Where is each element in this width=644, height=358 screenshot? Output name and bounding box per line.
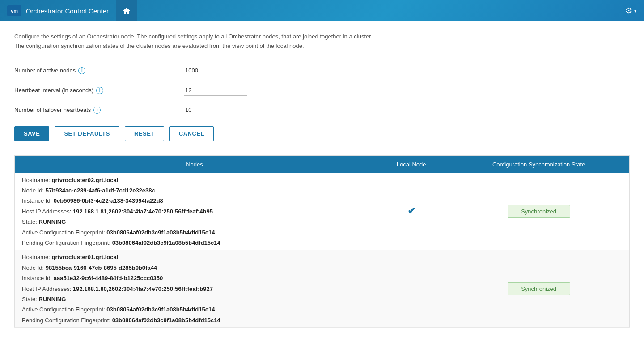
table-row: Hostname: grtvrocluster02.grt.local Node… — [15, 173, 630, 250]
form-row-active-nodes: Hostname: Number of active nodes i — [14, 65, 630, 76]
active-nodes-label: Hostname: Number of active nodes i — [14, 67, 184, 74]
local-node-checkmark: ✔ — [407, 205, 415, 217]
gear-button[interactable]: ⚙ ▾ — [625, 6, 637, 16]
node1-local-node: ✔ — [374, 173, 448, 250]
col-sync-state: Configuration Synchronization State — [448, 155, 629, 173]
node2-hostip: Host IP Addresses: 192.168.1.80,2602:304… — [22, 284, 367, 294]
failover-input[interactable] — [184, 105, 247, 115]
settings-form: Hostname: Number of active nodes i Heart… — [14, 65, 630, 115]
vm-logo: vm — [7, 5, 21, 16]
failover-info-icon[interactable]: i — [93, 107, 101, 114]
col-nodes: Nodes — [15, 155, 375, 173]
reset-button[interactable]: RESET — [125, 126, 164, 141]
set-defaults-button[interactable]: SET DEFAULTS — [55, 126, 119, 141]
cluster-nodes-table: Nodes Local Node Configuration Synchroni… — [14, 155, 630, 328]
node1-activefp: Active Configuration Fingerprint: 03b080… — [22, 227, 367, 238]
node2-info: Hostname: grtvrocluster01.grt.local Node… — [15, 250, 375, 328]
home-icon — [123, 7, 131, 14]
node2-sync-badge: Synchronized — [508, 282, 570, 295]
heartbeat-label: Heartbeat interval (in seconds) i — [14, 87, 184, 94]
node1-instanceid: Instance Id: 0eb50986-0bf3-4c22-a138-343… — [22, 196, 367, 206]
active-nodes-info-icon[interactable]: i — [78, 67, 85, 74]
node2-nodeid: Node Id: 98155bca-9166-47cb-8695-d285b0b… — [22, 263, 367, 273]
node2-hostname: Hostname: grtvrocluster01.grt.local — [22, 252, 367, 262]
logo-area: vm Orchestrator Control Center — [7, 5, 109, 16]
heartbeat-input[interactable] — [184, 85, 247, 96]
node2-activefp: Active Configuration Fingerprint: 03b080… — [22, 304, 367, 315]
node1-hostip: Host IP Addresses: 192.168.1.81,2602:304… — [22, 206, 367, 217]
cancel-button[interactable]: CANCEL — [169, 126, 214, 141]
node1-state: State: RUNNING — [22, 217, 367, 227]
app-title: Orchestrator Control Center — [26, 7, 109, 15]
description-line2: The configuration synchronization states… — [14, 42, 630, 51]
node2-sync: Synchronized — [448, 250, 629, 328]
main-content: Configure the settings of an Orchestrato… — [0, 21, 644, 358]
node1-nodeid: Node Id: 57b934ac-c289-4af6-a1df-7cd12e3… — [22, 185, 367, 196]
node2-instanceid: Instance Id: aaa51e32-9c6f-4489-84fd-b12… — [22, 273, 367, 283]
gear-icon: ⚙ — [625, 6, 632, 16]
app-header: vm Orchestrator Control Center ⚙ ▾ — [0, 0, 644, 21]
node2-pendingfp: Pending Configuration Fingerprint: 03b08… — [22, 315, 367, 325]
action-buttons: SAVE SET DEFAULTS RESET CANCEL — [14, 126, 630, 141]
table-row: Hostname: grtvrocluster01.grt.local Node… — [15, 250, 630, 328]
node2-local-node — [374, 250, 448, 328]
chevron-down-icon: ▾ — [634, 8, 637, 14]
node1-pendingfp: Pending Configuration Fingerprint: 03b08… — [22, 238, 367, 248]
failover-label: Number of failover heartbeats i — [14, 107, 184, 114]
node1-sync-badge: Synchronized — [508, 205, 570, 218]
form-row-heartbeat: Heartbeat interval (in seconds) i — [14, 85, 630, 96]
description-line1: Configure the settings of an Orchestrato… — [14, 32, 630, 42]
description: Configure the settings of an Orchestrato… — [14, 32, 630, 51]
node1-sync: Synchronized — [448, 173, 629, 250]
heartbeat-info-icon[interactable]: i — [96, 87, 103, 94]
form-row-failover: Number of failover heartbeats i — [14, 105, 630, 115]
home-button[interactable] — [116, 0, 137, 21]
node1-info: Hostname: grtvrocluster02.grt.local Node… — [15, 173, 375, 250]
col-local-node: Local Node — [374, 155, 448, 173]
save-button[interactable]: SAVE — [14, 126, 49, 141]
node1-hostname: Hostname: grtvrocluster02.grt.local — [22, 175, 367, 185]
node2-state: State: RUNNING — [22, 294, 367, 304]
active-nodes-input[interactable] — [184, 65, 247, 76]
